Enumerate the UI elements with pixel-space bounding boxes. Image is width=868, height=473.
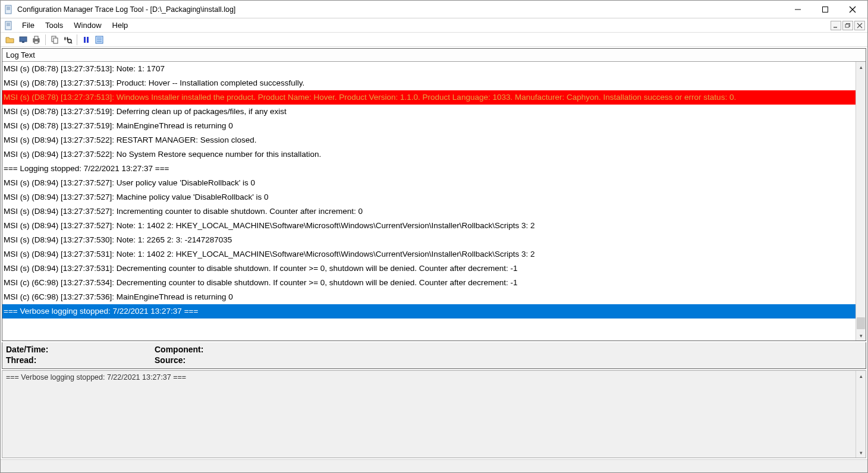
log-list[interactable]: MSI (s) (D8:78) [13:27:37:513]: Note: 1:… <box>2 62 856 340</box>
open-on-server-button[interactable] <box>17 34 29 46</box>
mdi-controls <box>831 21 865 30</box>
log-line[interactable]: MSI (s) (D8:78) [13:27:37:513]: Product:… <box>2 76 856 90</box>
toolbar-separator <box>77 34 77 45</box>
menu-window[interactable]: Window <box>69 20 106 31</box>
log-line[interactable]: MSI (s) (D8:94) [13:27:37:530]: Note: 1:… <box>2 233 856 247</box>
svg-rect-27 <box>87 37 89 43</box>
menu-help[interactable]: Help <box>108 20 133 31</box>
menu-tools[interactable]: Tools <box>40 20 68 31</box>
svg-rect-20 <box>34 36 38 39</box>
open-button[interactable] <box>4 34 16 46</box>
svg-rect-17 <box>20 37 27 42</box>
svg-rect-21 <box>34 41 38 43</box>
log-line[interactable]: MSI (s) (D8:78) [13:27:37:513]: Windows … <box>2 90 856 105</box>
highlight-button[interactable] <box>93 34 105 46</box>
log-line[interactable]: MSI (s) (D8:94) [13:27:37:527]: Incremen… <box>2 204 856 219</box>
menu-file[interactable]: File <box>17 20 39 31</box>
component-label: Component: <box>155 345 203 354</box>
menubar-row: File Tools Window Help <box>1 18 867 33</box>
toolbar <box>1 33 867 47</box>
minimize-button[interactable] <box>784 1 812 18</box>
log-vertical-scrollbar[interactable]: ▴ ▾ <box>856 62 866 340</box>
mdi-restore-button[interactable] <box>842 21 853 30</box>
log-line[interactable]: === Logging stopped: 7/22/2021 13:27:37 … <box>2 162 856 176</box>
log-line[interactable]: MSI (s) (D8:94) [13:27:37:531]: Decremen… <box>2 261 856 276</box>
titlebar[interactable]: Configuration Manager Trace Log Tool - [… <box>1 1 867 18</box>
svg-rect-26 <box>84 37 86 43</box>
scroll-up-button[interactable]: ▴ <box>856 62 866 72</box>
message-vertical-scrollbar[interactable]: ▴ ▾ <box>856 371 866 458</box>
log-line[interactable]: MSI (s) (D8:78) [13:27:37:519]: MainEngi… <box>2 119 856 133</box>
maximize-button[interactable] <box>812 1 839 18</box>
mdi-minimize-button[interactable] <box>831 21 841 30</box>
log-line[interactable]: MSI (c) (6C:98) [13:27:37:536]: MainEngi… <box>2 290 856 304</box>
source-label: Source: <box>155 355 185 365</box>
close-button[interactable] <box>839 1 866 18</box>
message-text[interactable]: === Verbose logging stopped: 7/22/2021 1… <box>2 371 856 458</box>
log-line[interactable]: MSI (s) (D8:94) [13:27:37:522]: RESTART … <box>2 133 856 147</box>
log-panel: Log Text MSI (s) (D8:78) [13:27:37:513]:… <box>2 48 866 341</box>
pause-button[interactable] <box>80 34 92 46</box>
message-panel: === Verbose logging stopped: 7/22/2021 1… <box>2 370 866 458</box>
toolbar-separator <box>45 34 46 45</box>
scroll-track[interactable] <box>857 72 865 330</box>
scroll-down-button[interactable]: ▾ <box>856 330 866 340</box>
svg-rect-5 <box>823 7 828 12</box>
statusbar <box>1 459 867 472</box>
log-line[interactable]: MSI (c) (6C:98) [13:27:37:534]: Decremen… <box>2 276 856 290</box>
log-line[interactable]: === Verbose logging stopped: 7/22/2021 1… <box>2 304 856 319</box>
log-line[interactable]: MSI (s) (D8:94) [13:27:37:527]: Note: 1:… <box>2 219 856 233</box>
app-icon <box>4 5 14 14</box>
find-button[interactable] <box>62 34 74 46</box>
svg-rect-23 <box>54 38 58 43</box>
document-icon <box>4 21 14 30</box>
svg-rect-18 <box>22 42 24 43</box>
mdi-close-button[interactable] <box>854 21 865 30</box>
scroll-down-button[interactable]: ▾ <box>856 447 866 458</box>
thread-label: Thread: <box>6 355 36 365</box>
app-window: Configuration Manager Trace Log Tool - [… <box>0 0 868 473</box>
copy-button[interactable] <box>49 34 61 46</box>
datetime-label: Date/Time: <box>6 345 48 354</box>
log-line[interactable]: MSI (s) (D8:94) [13:27:37:522]: No Syste… <box>2 147 856 162</box>
scroll-thumb[interactable] <box>857 317 865 329</box>
log-line[interactable]: MSI (s) (D8:94) [13:27:37:527]: User pol… <box>2 176 856 190</box>
svg-rect-14 <box>845 24 849 27</box>
log-line[interactable]: MSI (s) (D8:94) [13:27:37:527]: Machine … <box>2 190 856 204</box>
log-line[interactable]: MSI (s) (D8:94) [13:27:37:531]: Note: 1:… <box>2 247 856 261</box>
log-line[interactable]: MSI (s) (D8:78) [13:27:37:513]: Note: 1:… <box>2 62 856 76</box>
print-button[interactable] <box>30 34 42 46</box>
log-column-header[interactable]: Log Text <box>2 49 866 62</box>
log-line[interactable]: MSI (s) (D8:78) [13:27:37:519]: Deferrin… <box>2 105 856 119</box>
svg-line-25 <box>71 42 72 43</box>
details-bar: Date/Time: Component: Thread: Source: <box>2 342 866 369</box>
menubar: File Tools Window Help <box>4 20 133 31</box>
window-title: Configuration Manager Trace Log Tool - [… <box>17 5 235 14</box>
scroll-up-button[interactable]: ▴ <box>856 371 866 381</box>
